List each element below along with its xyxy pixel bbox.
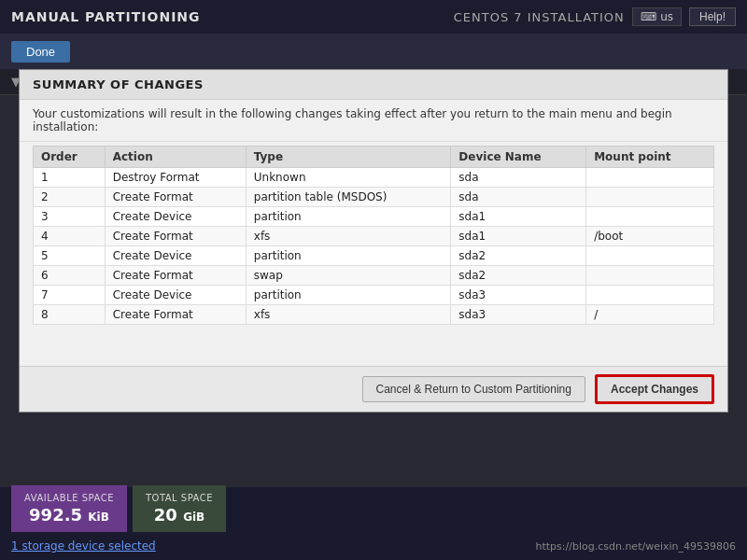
cell-mount [586, 188, 714, 207]
keyboard-layout: us [660, 10, 673, 23]
cell-mount [586, 286, 714, 305]
cell-action: Create Format [105, 266, 246, 286]
done-button[interactable]: Done [11, 41, 70, 63]
cell-device: sda3 [451, 286, 586, 305]
bottom-url: https://blog.csdn.net/weixin_49539806 [535, 540, 736, 553]
cell-order: 7 [34, 286, 106, 305]
main-content: ▼ New CentOS 7 Installation sda1 SUMMARY… [0, 69, 747, 560]
available-space-box: AVAILABLE SPACE 992.5 KiB [11, 485, 127, 532]
cell-action: Create Device [105, 246, 246, 266]
cell-type: swap [246, 266, 451, 286]
cell-type: partition table (MSDOS) [246, 188, 451, 207]
cell-device: sda [451, 168, 586, 188]
col-order: Order [34, 147, 106, 168]
action-bar: Done [0, 34, 747, 69]
cell-type: partition [246, 207, 451, 227]
accept-changes-button[interactable]: Accept Changes [595, 374, 714, 404]
bottom-bar: AVAILABLE SPACE 992.5 KiB TOTAL SPACE 20… [0, 487, 747, 560]
cell-order: 8 [34, 305, 106, 325]
cell-action: Create Format [105, 227, 246, 246]
table-row: 8Create Formatxfssda3/ [34, 305, 714, 325]
cell-device: sda [451, 188, 586, 207]
dialog-footer: Cancel & Return to Custom Partitioning A… [20, 366, 727, 412]
cell-action: Create Format [105, 188, 246, 207]
install-title: CENTOS 7 INSTALLATION [454, 10, 625, 24]
col-mount: Mount point [586, 147, 714, 168]
total-space-box: TOTAL SPACE 20 GiB [133, 485, 226, 532]
cell-order: 1 [34, 168, 106, 188]
cell-mount [586, 207, 714, 227]
cell-order: 3 [34, 207, 106, 227]
cell-type: partition [246, 246, 451, 266]
cell-action: Destroy Format [105, 168, 246, 188]
cell-order: 5 [34, 246, 106, 266]
cell-order: 4 [34, 227, 106, 246]
table-row: 6Create Formatswapsda2 [34, 266, 714, 286]
col-action: Action [105, 147, 246, 168]
cell-order: 2 [34, 188, 106, 207]
cell-device: sda2 [451, 266, 586, 286]
dialog-title: SUMMARY OF CHANGES [20, 70, 727, 100]
cell-device: sda1 [451, 207, 586, 227]
keyboard-icon: ⌨ [641, 10, 656, 23]
table-row: 1Destroy FormatUnknownsda [34, 168, 714, 188]
cell-mount: / [586, 305, 714, 325]
storage-device-link[interactable]: 1 storage device selected [11, 539, 156, 553]
table-row: 5Create Devicepartitionsda2 [34, 246, 714, 266]
top-bar: MANUAL PARTITIONING CENTOS 7 INSTALLATIO… [0, 0, 747, 34]
space-indicators: AVAILABLE SPACE 992.5 KiB TOTAL SPACE 20… [11, 485, 226, 532]
changes-table: Order Action Type Device Name Mount poin… [33, 146, 714, 325]
cell-mount [586, 168, 714, 188]
col-device: Device Name [451, 147, 586, 168]
cell-mount [586, 246, 714, 266]
keyboard-indicator: ⌨ us [632, 7, 682, 26]
cell-device: sda3 [451, 305, 586, 325]
cell-device: sda2 [451, 246, 586, 266]
table-header-row: Order Action Type Device Name Mount poin… [34, 147, 714, 168]
help-button[interactable]: Help! [689, 7, 736, 26]
total-label: TOTAL SPACE [146, 493, 213, 503]
available-value: 992.5 KiB [24, 505, 114, 525]
cell-type: xfs [246, 305, 451, 325]
cell-order: 6 [34, 266, 106, 286]
cell-action: Create Device [105, 207, 246, 227]
cell-type: Unknown [246, 168, 451, 188]
available-label: AVAILABLE SPACE [24, 493, 114, 503]
top-bar-right: CENTOS 7 INSTALLATION ⌨ us Help! [454, 7, 736, 26]
table-row: 7Create Devicepartitionsda3 [34, 286, 714, 305]
dialog-description: Your customizations will result in the f… [20, 100, 727, 142]
dialog-empty-area [20, 329, 727, 366]
cell-type: partition [246, 286, 451, 305]
cell-mount [586, 266, 714, 286]
summary-dialog: SUMMARY OF CHANGES Your customizations w… [19, 69, 728, 413]
cell-mount: /boot [586, 227, 714, 246]
cell-device: sda1 [451, 227, 586, 246]
table-row: 3Create Devicepartitionsda1 [34, 207, 714, 227]
table-wrapper: Order Action Type Device Name Mount poin… [20, 142, 727, 329]
table-row: 2Create Formatpartition table (MSDOS)sda [34, 188, 714, 207]
page-title: MANUAL PARTITIONING [11, 9, 201, 24]
cell-type: xfs [246, 227, 451, 246]
table-row: 4Create Formatxfssda1/boot [34, 227, 714, 246]
total-value: 20 GiB [146, 505, 213, 525]
cancel-button[interactable]: Cancel & Return to Custom Partitioning [362, 376, 585, 402]
col-type: Type [246, 147, 451, 168]
cell-action: Create Device [105, 286, 246, 305]
cell-action: Create Format [105, 305, 246, 325]
